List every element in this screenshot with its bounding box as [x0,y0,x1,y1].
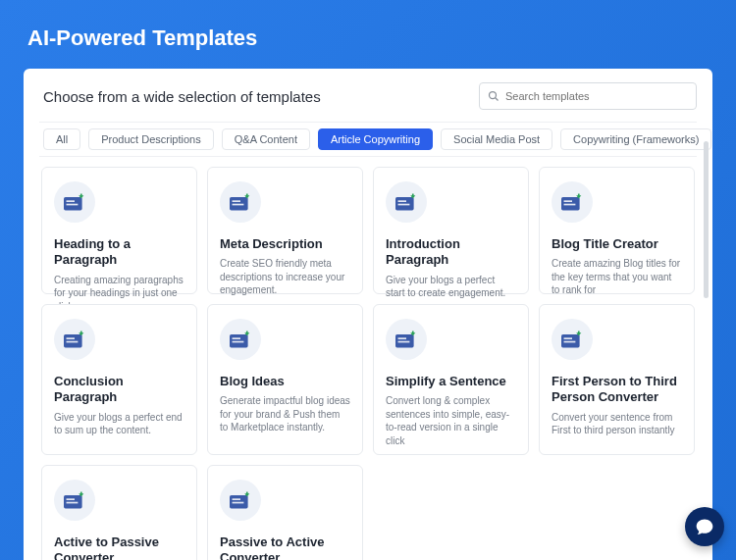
svg-rect-11 [398,200,406,202]
svg-rect-6 [230,197,248,211]
svg-rect-41 [246,492,248,495]
template-icon [386,181,427,223]
category-tabs: All Product Descriptions Q&A Content Art… [39,122,697,157]
template-icon [54,181,95,223]
svg-point-0 [490,92,497,99]
svg-rect-37 [80,492,82,495]
template-card[interactable]: Heading to a Paragraph Creating amazing … [41,167,197,294]
template-icon [552,319,593,360]
card-title: Conclusion Paragraph [54,374,184,406]
tab-product-descriptions[interactable]: Product Descriptions [88,128,214,150]
svg-rect-7 [233,200,240,202]
svg-rect-20 [67,341,79,343]
svg-rect-3 [67,200,75,202]
svg-rect-5 [80,194,82,197]
template-icon [220,181,261,223]
card-title: Heading to a Paragraph [54,236,184,269]
svg-line-1 [496,98,499,101]
svg-rect-27 [398,337,406,339]
templates-grid: Heading to a Paragraph Creating amazing … [39,167,697,560]
svg-rect-17 [578,194,580,197]
card-desc: Give your blogs a perfect end to sum up … [54,411,184,437]
svg-rect-19 [67,337,75,339]
template-card[interactable]: Conclusion Paragraph Give your blogs a p… [41,304,197,455]
svg-rect-36 [67,502,79,504]
templates-panel: Choose from a wide selection of template… [24,69,712,560]
svg-rect-23 [233,337,240,339]
page-title: AI-Powered Templates [0,0,736,69]
card-title: Simplify a Sentence [386,374,516,389]
svg-rect-28 [398,341,410,343]
panel-header: Choose from a wide selection of template… [39,82,697,110]
template-card[interactable]: Simplify a Sentence Convert long & compl… [373,304,529,455]
template-card[interactable]: Meta Description Create SEO friendly met… [207,167,363,294]
template-card[interactable]: Passive to Active Converter [207,465,363,560]
svg-rect-31 [564,337,572,339]
card-desc: Convert long & complex sentences into si… [386,394,516,447]
panel-subtitle: Choose from a wide selection of template… [39,88,321,105]
svg-rect-16 [564,204,576,206]
template-card[interactable]: Blog Ideas Generate impactful blog ideas… [207,304,363,455]
card-desc: Give your blogs a perfect start to creat… [386,274,516,300]
template-icon [220,480,261,521]
card-desc: Generate impactful blog ideas for your b… [220,394,350,434]
svg-rect-25 [246,331,248,334]
svg-rect-33 [578,331,580,334]
tab-copywriting-frameworks[interactable]: Copywriting (Frameworks) [560,128,711,150]
template-card[interactable]: Active to Passive Converter [41,465,197,560]
template-card[interactable]: Introduction Paragraph Give your blogs a… [373,167,529,294]
svg-rect-35 [67,498,75,500]
template-icon [552,181,593,223]
card-title: Passive to Active Converter [220,535,350,560]
tab-all[interactable]: All [43,128,80,150]
svg-rect-14 [561,197,580,211]
scrollbar[interactable] [704,141,709,298]
svg-rect-24 [233,341,244,343]
svg-rect-10 [395,197,414,211]
template-icon [220,319,261,360]
svg-rect-32 [564,341,576,343]
svg-rect-9 [246,194,248,197]
svg-rect-40 [233,502,244,504]
card-desc: Convert your sentence from First to thir… [552,411,682,437]
template-icon [54,319,95,360]
svg-rect-21 [80,331,82,334]
svg-rect-12 [398,204,410,206]
tab-social-media-post[interactable]: Social Media Post [441,128,552,150]
svg-rect-39 [233,498,240,500]
card-title: Active to Passive Converter [54,535,184,560]
tab-article-copywriting[interactable]: Article Copywriting [318,128,433,150]
card-desc: Create amazing Blog titles for the key t… [552,257,682,297]
template-card[interactable]: First Person to Third Person Converter C… [539,304,695,455]
card-title: First Person to Third Person Converter [552,374,682,406]
search-input[interactable] [505,90,688,102]
svg-rect-13 [412,194,414,197]
card-desc: Create SEO friendly meta descriptions to… [220,257,350,297]
template-icon [386,319,427,360]
card-title: Introduction Paragraph [386,236,516,269]
svg-rect-8 [233,204,244,206]
card-title: Blog Title Creator [552,236,682,252]
card-title: Meta Description [220,236,350,252]
chat-icon [695,517,714,536]
svg-rect-29 [412,331,414,334]
svg-rect-2 [64,197,82,211]
chat-widget-button[interactable] [685,507,724,546]
search-box[interactable] [479,82,697,110]
svg-rect-15 [564,200,572,202]
tab-qa-content[interactable]: Q&A Content [222,128,310,150]
template-icon [54,480,95,521]
card-title: Blog Ideas [220,374,350,389]
template-card[interactable]: Blog Title Creator Create amazing Blog t… [539,167,695,294]
svg-rect-4 [67,204,79,206]
search-icon [488,90,499,102]
